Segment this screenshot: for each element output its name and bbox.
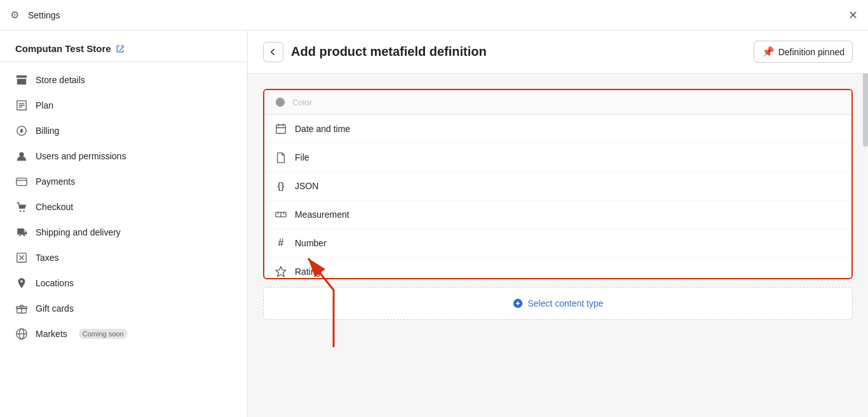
dropdown-header: Color (264, 90, 851, 115)
dropdown-item-measurement[interactable]: Measurement (264, 201, 851, 229)
definition-pinned-button[interactable]: 📌 Definition pinned (754, 41, 853, 63)
sidebar-item-payments[interactable]: Payments (0, 169, 247, 194)
checkout-icon (15, 201, 28, 213)
number-icon: # (275, 237, 287, 249)
store-details-label: Store details (36, 75, 85, 85)
date-time-icon (275, 122, 287, 135)
svg-rect-2 (17, 178, 27, 186)
payments-label: Payments (36, 176, 75, 187)
plan-icon (15, 99, 28, 112)
sidebar: Computan Test Store Store details Plan B… (0, 30, 248, 417)
svg-point-1 (19, 152, 24, 157)
file-icon (275, 151, 287, 164)
back-button[interactable] (263, 42, 283, 62)
measurement-label: Measurement (295, 209, 349, 220)
sidebar-item-users-permissions[interactable]: Users and permissions (0, 143, 247, 169)
main-content: Add product metafield definition 📌 Defin… (248, 30, 868, 417)
app-layout: Computan Test Store Store details Plan B… (0, 30, 868, 417)
title-bar: ⚙ Settings ✕ (0, 0, 868, 30)
dropdown-item-number[interactable]: # Number (264, 229, 851, 258)
store-external-link[interactable] (116, 45, 124, 53)
dropdown-item-json[interactable]: {} JSON (264, 172, 851, 201)
taxes-label: Taxes (36, 253, 59, 263)
svg-rect-9 (276, 125, 285, 134)
svg-point-8 (276, 98, 285, 107)
sidebar-item-gift-cards[interactable]: Gift cards (0, 296, 247, 321)
shipping-icon (15, 226, 28, 239)
select-content-type-label: Select content type (527, 298, 603, 308)
definition-pinned-label: Definition pinned (778, 47, 844, 57)
pin-icon: 📌 (762, 46, 775, 58)
store-details-icon (15, 74, 28, 86)
rating-label: Rating (295, 267, 320, 277)
plan-label: Plan (36, 100, 53, 110)
rating-icon (275, 265, 287, 278)
locations-icon (15, 277, 28, 289)
taxes-icon (15, 251, 28, 264)
app-title: Settings (28, 10, 60, 20)
measurement-icon (275, 208, 287, 221)
sidebar-item-plan[interactable]: Plan (0, 93, 247, 118)
gift-cards-icon (15, 302, 28, 315)
dropdown-list[interactable]: Date and time File {} JSON (264, 115, 851, 279)
checkout-label: Checkout (36, 202, 73, 212)
dropdown-item-file[interactable]: File (264, 143, 851, 172)
markets-badge: Coming soon (79, 329, 128, 339)
json-label: JSON (295, 181, 318, 191)
content-type-dropdown: Color Date and time (263, 89, 853, 279)
locations-label: Locations (36, 278, 74, 288)
page-header: Add product metafield definition 📌 Defin… (248, 30, 868, 74)
date-time-label: Date and time (295, 124, 350, 134)
select-content-type[interactable]: Select content type (263, 287, 853, 320)
sidebar-item-checkout[interactable]: Checkout (0, 194, 247, 220)
users-label: Users and permissions (36, 151, 126, 161)
sidebar-item-shipping[interactable]: Shipping and delivery (0, 220, 247, 245)
sidebar-item-billing[interactable]: Billing (0, 118, 247, 143)
dropdown-item-date-time[interactable]: Date and time (264, 115, 851, 143)
markets-label: Markets (36, 329, 67, 339)
users-icon (15, 150, 28, 162)
page-scrollbar[interactable] (863, 30, 868, 417)
payments-icon (15, 175, 28, 188)
sidebar-item-markets[interactable]: Markets Coming soon (0, 321, 247, 347)
store-name: Computan Test Store (0, 41, 247, 56)
sidebar-item-locations[interactable]: Locations (0, 270, 247, 296)
sidebar-item-taxes[interactable]: Taxes (0, 245, 247, 270)
close-button[interactable]: ✕ (848, 8, 858, 22)
file-label: File (295, 152, 309, 162)
number-label: Number (295, 238, 327, 248)
sidebar-item-store-details[interactable]: Store details (0, 67, 247, 93)
page-title: Add product metafield definition (291, 44, 487, 59)
billing-icon (15, 124, 28, 137)
content-area: Color Date and time (248, 74, 868, 417)
settings-icon: ⚙ (10, 9, 23, 22)
json-icon: {} (275, 180, 287, 192)
svg-marker-11 (276, 267, 286, 277)
gift-cards-label: Gift cards (36, 303, 74, 314)
markets-icon (15, 328, 28, 340)
sidebar-divider-1 (0, 62, 247, 62)
billing-label: Billing (36, 126, 59, 136)
shipping-label: Shipping and delivery (36, 227, 121, 237)
dropdown-item-rating[interactable]: Rating (264, 258, 851, 279)
page-header-left: Add product metafield definition (263, 42, 487, 62)
